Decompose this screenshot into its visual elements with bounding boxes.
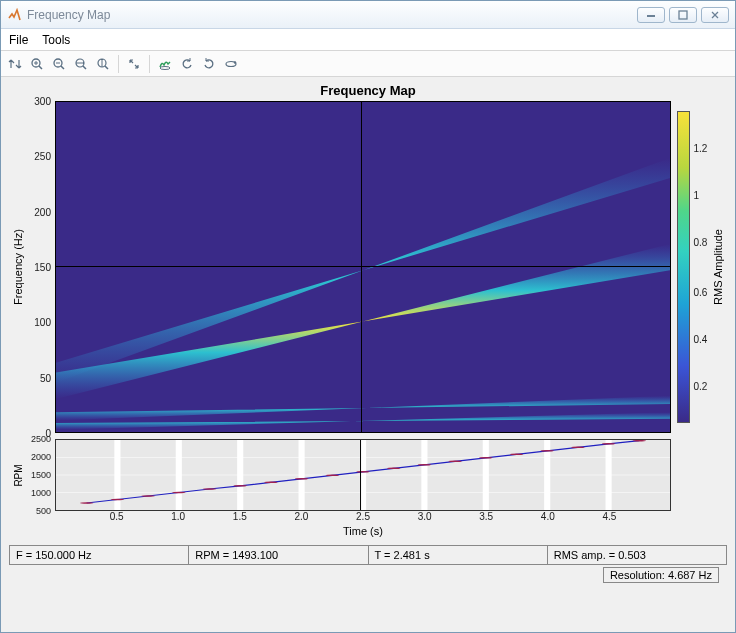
rpm-yticks: 500 1000 1500 2000 2500 [27,439,55,511]
zoom-out-icon[interactable] [49,54,69,74]
svg-point-45 [418,464,432,466]
svg-point-36 [141,495,155,497]
window-title: Frequency Map [27,8,637,22]
svg-marker-19 [56,244,670,399]
svg-point-42 [326,475,340,477]
svg-rect-1 [679,11,687,19]
rpm-axes[interactable] [55,439,671,511]
status-rpm: RPM = 1493.100 [189,546,368,564]
svg-point-47 [479,457,493,459]
status-time: T = 2.481 s [369,546,548,564]
svg-point-49 [540,450,554,452]
y-axis-label: Frequency (Hz) [9,101,27,433]
cursor-horizontal[interactable] [56,266,670,267]
matlab-icon [7,8,21,22]
svg-point-37 [172,492,186,494]
y-ticks: 0 50 100 150 200 250 300 [27,101,55,433]
status-readout: F = 150.000 Hz RPM = 1493.100 T = 2.481 … [9,545,727,565]
menubar: File Tools [1,29,735,51]
menu-tools[interactable]: Tools [42,33,70,47]
app-window: Frequency Map File Tools Frequency Map F… [0,0,736,633]
menu-file[interactable]: File [9,33,28,47]
svg-point-48 [510,454,524,456]
plot-title: Frequency Map [9,83,727,101]
svg-point-43 [356,471,370,473]
svg-line-12 [83,66,86,69]
svg-point-15 [160,66,170,69]
x-axis-label: Time (s) [55,525,671,541]
svg-point-44 [387,468,401,470]
home-view-icon[interactable] [5,54,25,74]
resolution-readout: Resolution: 4.687 Hz [603,567,719,583]
close-button[interactable] [701,7,729,23]
svg-point-51 [602,443,616,445]
svg-point-41 [295,478,309,480]
svg-point-39 [233,485,247,487]
colorbar-label: RMS Amplitude [709,111,727,423]
svg-point-34 [80,502,94,504]
colorbar [677,111,690,423]
rotate-ccw-icon[interactable] [177,54,197,74]
collapse-icon[interactable] [124,54,144,74]
toolbar [1,51,735,77]
svg-point-50 [571,447,585,449]
maximize-button[interactable] [669,7,697,23]
svg-line-7 [39,66,42,69]
rpm-ylabel: RPM [9,439,27,511]
spectrogram-axes[interactable] [55,101,671,433]
svg-rect-0 [647,15,655,17]
titlebar[interactable]: Frequency Map [1,1,735,29]
figure-area: Frequency Map Frequency (Hz) 0 50 100 15… [1,77,735,632]
cursor-vertical[interactable] [361,102,362,432]
minimize-button[interactable] [637,7,665,23]
zoom-x-icon[interactable] [71,54,91,74]
svg-line-10 [61,66,64,69]
svg-point-52 [633,440,647,441]
svg-point-40 [264,482,278,484]
status-rms: RMS amp. = 0.503 [548,546,726,564]
zoom-in-icon[interactable] [27,54,47,74]
svg-point-17 [234,61,236,63]
x-ticks: 0.5 1.0 1.5 2.0 2.5 3.0 3.5 4.0 4.5 [55,511,671,525]
svg-point-46 [448,461,462,463]
svg-point-38 [203,488,217,490]
status-frequency: F = 150.000 Hz [10,546,189,564]
waterfall-icon[interactable] [155,54,175,74]
colorbar-ticks: 0.2 0.4 0.6 0.8 1 1.2 [692,111,710,423]
rotate-cw-icon[interactable] [199,54,219,74]
orbit-icon[interactable] [221,54,241,74]
svg-line-14 [105,66,108,69]
svg-point-35 [111,499,125,501]
zoom-y-icon[interactable] [93,54,113,74]
